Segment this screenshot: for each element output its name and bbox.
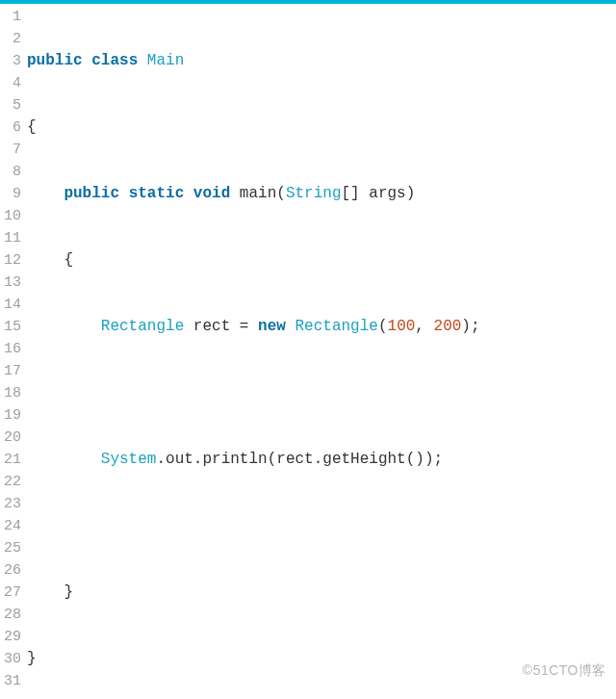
code-line — [27, 382, 616, 404]
keyword: public — [64, 185, 119, 202]
line-number: 26 — [0, 559, 21, 582]
line-number: 20 — [0, 427, 21, 449]
line-number: 30 — [0, 648, 21, 670]
line-number: 2 — [0, 28, 21, 50]
line-number: 28 — [0, 604, 21, 626]
line-number: 5 — [0, 94, 21, 116]
line-number: 22 — [0, 471, 21, 493]
method-name: main — [240, 185, 276, 202]
line-number: 21 — [0, 449, 21, 471]
line-number: 14 — [0, 294, 21, 316]
keyword: void — [193, 185, 230, 202]
code-content: public class Main { public static void m… — [27, 6, 616, 699]
line-number: 24 — [0, 515, 21, 537]
code-line — [27, 515, 616, 537]
code-line: { — [27, 116, 616, 139]
identifier: rect — [193, 318, 230, 335]
line-number: 25 — [0, 537, 21, 559]
code-line: Rectangle rect = new Rectangle(100, 200)… — [27, 316, 616, 338]
keyword: class — [91, 52, 138, 69]
line-number-gutter: 1234567891011121314151617181920212223242… — [0, 6, 27, 699]
line-number: 17 — [0, 360, 21, 382]
code-line: public class Main — [27, 50, 616, 72]
code-line: public static void main(String[] args) — [27, 183, 616, 205]
line-number: 29 — [0, 626, 21, 648]
line-number: 13 — [0, 272, 21, 294]
type: String — [286, 185, 342, 202]
line-number: 11 — [0, 227, 21, 249]
identifier: args — [369, 185, 405, 202]
identifier: out — [166, 451, 193, 468]
type: Rectangle — [101, 318, 184, 335]
method-name: println — [202, 451, 267, 468]
line-number: 27 — [0, 582, 21, 604]
line-number: 15 — [0, 316, 21, 338]
method-name: getHeight — [322, 451, 405, 468]
type: System — [101, 451, 157, 468]
watermark: ©51CTO博客 — [523, 660, 606, 682]
number-literal: 200 — [434, 318, 462, 335]
line-number: 9 — [0, 183, 21, 205]
line-number: 4 — [0, 72, 21, 94]
line-number: 8 — [0, 161, 21, 183]
line-number: 23 — [0, 493, 21, 515]
line-number: 18 — [0, 382, 21, 404]
number-literal: 100 — [388, 318, 416, 335]
line-number: 10 — [0, 205, 21, 227]
line-number: 3 — [0, 50, 21, 72]
code-line: System.out.println(rect.getHeight()); — [27, 449, 616, 471]
line-number: 16 — [0, 338, 21, 360]
code-line: } — [27, 582, 616, 604]
class-name: Main — [147, 52, 184, 69]
keyword: static — [129, 185, 185, 202]
keyword: public — [27, 52, 83, 69]
line-number: 19 — [0, 404, 21, 427]
line-number: 6 — [0, 116, 21, 139]
line-number: 12 — [0, 249, 21, 272]
code-editor: 1234567891011121314151617181920212223242… — [0, 4, 616, 699]
line-number: 31 — [0, 670, 21, 692]
line-number: 7 — [0, 139, 21, 161]
type: Rectangle — [295, 318, 378, 335]
code-line: { — [27, 249, 616, 272]
keyword: new — [258, 318, 286, 335]
line-number: 1 — [0, 6, 21, 28]
operator: = — [240, 318, 249, 335]
identifier: rect — [276, 451, 313, 468]
